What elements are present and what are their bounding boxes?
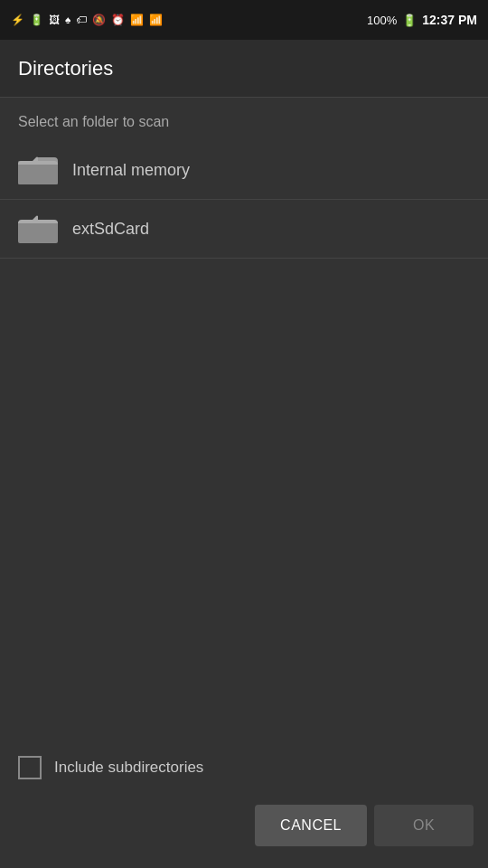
status-right: 100% 🔋 12:37 PM bbox=[367, 13, 477, 27]
list-item[interactable]: extSdCard bbox=[0, 200, 488, 259]
svg-rect-2 bbox=[18, 163, 58, 184]
battery-percent: 100% bbox=[367, 14, 397, 27]
include-subdirectories-row: Include subdirectories bbox=[0, 741, 488, 794]
directory-name: Internal memory bbox=[72, 161, 190, 180]
mute-icon: 🔕 bbox=[92, 14, 106, 26]
status-time: 12:37 PM bbox=[422, 13, 477, 27]
spade-icon: ♠ bbox=[65, 14, 70, 26]
bottom-section: Include subdirectories CANCEL OK bbox=[0, 741, 488, 868]
wifi-icon: 📶 bbox=[130, 14, 144, 26]
status-bar: ⚡ 🔋 🖼 ♠ 🏷 🔕 ⏰ 📶 📶 100% 🔋 12:37 PM bbox=[0, 0, 488, 40]
page-title: Directories bbox=[18, 57, 113, 80]
title-bar: Directories bbox=[0, 40, 488, 98]
subdirectories-checkbox[interactable] bbox=[18, 756, 42, 779]
list-item[interactable]: Internal memory bbox=[0, 141, 488, 200]
subdirectories-label: Include subdirectories bbox=[54, 759, 203, 777]
image-icon: 🖼 bbox=[49, 14, 60, 26]
tag-icon: 🏷 bbox=[76, 14, 87, 26]
folder-icon bbox=[18, 212, 58, 245]
subtitle: Select an folder to scan bbox=[0, 98, 488, 141]
status-icons-left: ⚡ 🔋 🖼 ♠ 🏷 🔕 ⏰ 📶 📶 bbox=[11, 14, 163, 26]
ok-button[interactable]: OK bbox=[374, 805, 474, 846]
signal-icon: 📶 bbox=[149, 14, 163, 26]
directory-name: extSdCard bbox=[72, 220, 149, 239]
alarm-icon: ⏰ bbox=[111, 14, 125, 26]
battery-small-icon: 🔋 bbox=[30, 14, 43, 26]
usb-icon: ⚡ bbox=[11, 14, 24, 26]
cancel-button[interactable]: CANCEL bbox=[255, 805, 367, 846]
button-row: CANCEL OK bbox=[0, 794, 488, 868]
content-area: Directories Select an folder to scan Int… bbox=[0, 40, 488, 868]
battery-icon: 🔋 bbox=[402, 14, 417, 27]
folder-icon bbox=[18, 154, 58, 186]
svg-rect-3 bbox=[18, 222, 58, 243]
directory-list: Internal memory extSdCard bbox=[0, 141, 488, 259]
